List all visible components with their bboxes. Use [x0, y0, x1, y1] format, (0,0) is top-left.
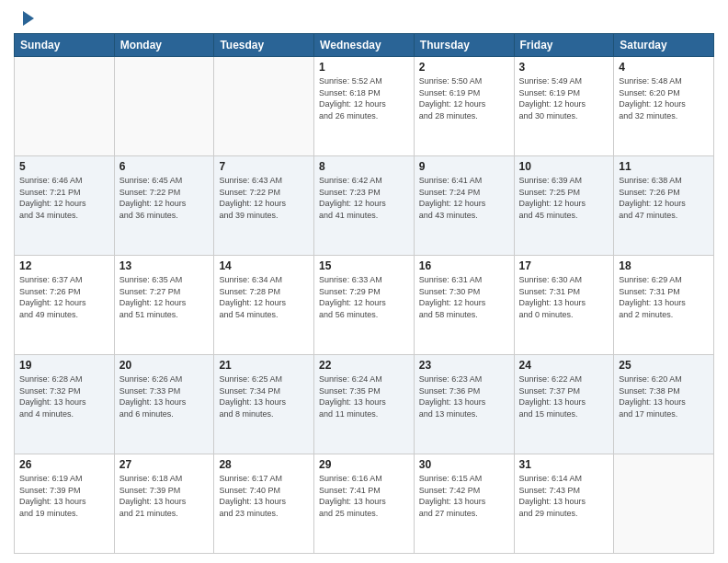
day-info: Sunrise: 6:39 AM Sunset: 7:25 PM Dayligh… — [519, 175, 609, 221]
day-info: Sunrise: 6:41 AM Sunset: 7:24 PM Dayligh… — [419, 175, 509, 221]
day-number: 30 — [419, 458, 509, 471]
day-number: 28 — [219, 458, 309, 471]
day-number: 24 — [519, 359, 609, 372]
day-number: 19 — [19, 359, 109, 372]
calendar-day-22: 22Sunrise: 6:24 AM Sunset: 7:35 PM Dayli… — [314, 355, 415, 454]
calendar-table: SundayMondayTuesdayWednesdayThursdayFrid… — [14, 33, 714, 554]
calendar-day-25: 25Sunrise: 6:20 AM Sunset: 7:38 PM Dayli… — [614, 355, 714, 454]
day-number: 20 — [119, 359, 210, 372]
day-number: 4 — [619, 61, 709, 74]
day-info: Sunrise: 6:23 AM Sunset: 7:36 PM Dayligh… — [419, 373, 509, 419]
calendar-day-10: 10Sunrise: 6:39 AM Sunset: 7:25 PM Dayli… — [514, 156, 614, 256]
calendar-day-28: 28Sunrise: 6:17 AM Sunset: 7:40 PM Dayli… — [214, 454, 314, 554]
day-info: Sunrise: 6:19 AM Sunset: 7:39 PM Dayligh… — [19, 473, 109, 519]
calendar-day-1: 1Sunrise: 5:52 AM Sunset: 6:18 PM Daylig… — [314, 57, 415, 156]
day-info: Sunrise: 6:45 AM Sunset: 7:22 PM Dayligh… — [119, 175, 210, 221]
calendar-day-5: 5Sunrise: 6:46 AM Sunset: 7:21 PM Daylig… — [15, 156, 115, 256]
day-number: 7 — [219, 160, 309, 173]
calendar-day-11: 11Sunrise: 6:38 AM Sunset: 7:26 PM Dayli… — [614, 156, 714, 256]
calendar-day-9: 9Sunrise: 6:41 AM Sunset: 7:24 PM Daylig… — [414, 156, 514, 256]
col-header-saturday: Saturday — [614, 34, 714, 57]
logo-triangle-icon — [16, 9, 34, 28]
logo — [14, 9, 34, 28]
day-number: 22 — [319, 359, 409, 372]
day-number: 21 — [219, 359, 309, 372]
calendar-day-13: 13Sunrise: 6:35 AM Sunset: 7:27 PM Dayli… — [114, 256, 214, 355]
calendar-day-8: 8Sunrise: 6:42 AM Sunset: 7:23 PM Daylig… — [314, 156, 415, 256]
day-info: Sunrise: 6:15 AM Sunset: 7:42 PM Dayligh… — [419, 473, 509, 519]
day-info: Sunrise: 5:50 AM Sunset: 6:19 PM Dayligh… — [419, 75, 509, 121]
col-header-monday: Monday — [114, 34, 214, 57]
col-header-friday: Friday — [514, 34, 614, 57]
calendar-day-24: 24Sunrise: 6:22 AM Sunset: 7:37 PM Dayli… — [514, 355, 614, 454]
calendar-day-18: 18Sunrise: 6:29 AM Sunset: 7:31 PM Dayli… — [614, 256, 714, 355]
day-info: Sunrise: 6:18 AM Sunset: 7:39 PM Dayligh… — [119, 473, 210, 519]
calendar-empty-cell — [114, 57, 214, 156]
day-info: Sunrise: 6:25 AM Sunset: 7:34 PM Dayligh… — [219, 373, 309, 419]
calendar-header-row: SundayMondayTuesdayWednesdayThursdayFrid… — [15, 34, 714, 57]
calendar-day-21: 21Sunrise: 6:25 AM Sunset: 7:34 PM Dayli… — [214, 355, 314, 454]
day-number: 17 — [519, 259, 609, 272]
day-number: 18 — [619, 259, 709, 272]
calendar-day-23: 23Sunrise: 6:23 AM Sunset: 7:36 PM Dayli… — [414, 355, 514, 454]
calendar-week-row: 1Sunrise: 5:52 AM Sunset: 6:18 PM Daylig… — [15, 57, 714, 156]
calendar-week-row: 19Sunrise: 6:28 AM Sunset: 7:32 PM Dayli… — [15, 355, 714, 454]
day-info: Sunrise: 5:48 AM Sunset: 6:20 PM Dayligh… — [619, 75, 709, 121]
calendar-day-2: 2Sunrise: 5:50 AM Sunset: 6:19 PM Daylig… — [414, 57, 514, 156]
day-number: 29 — [319, 458, 409, 471]
day-number: 12 — [19, 259, 109, 272]
day-number: 2 — [419, 61, 509, 74]
calendar-week-row: 26Sunrise: 6:19 AM Sunset: 7:39 PM Dayli… — [15, 454, 714, 554]
calendar-day-16: 16Sunrise: 6:31 AM Sunset: 7:30 PM Dayli… — [414, 256, 514, 355]
day-number: 10 — [519, 160, 609, 173]
day-info: Sunrise: 6:20 AM Sunset: 7:38 PM Dayligh… — [619, 373, 709, 419]
col-header-thursday: Thursday — [414, 34, 514, 57]
day-number: 11 — [619, 160, 709, 173]
day-info: Sunrise: 6:31 AM Sunset: 7:30 PM Dayligh… — [419, 274, 509, 320]
day-info: Sunrise: 6:28 AM Sunset: 7:32 PM Dayligh… — [19, 373, 109, 419]
day-info: Sunrise: 6:33 AM Sunset: 7:29 PM Dayligh… — [319, 274, 409, 320]
day-number: 13 — [119, 259, 210, 272]
col-header-sunday: Sunday — [15, 34, 115, 57]
day-info: Sunrise: 5:52 AM Sunset: 6:18 PM Dayligh… — [319, 75, 409, 121]
calendar-day-20: 20Sunrise: 6:26 AM Sunset: 7:33 PM Dayli… — [114, 355, 214, 454]
day-info: Sunrise: 5:49 AM Sunset: 6:19 PM Dayligh… — [519, 75, 609, 121]
day-info: Sunrise: 6:37 AM Sunset: 7:26 PM Dayligh… — [19, 274, 109, 320]
day-number: 27 — [119, 458, 210, 471]
day-info: Sunrise: 6:17 AM Sunset: 7:40 PM Dayligh… — [219, 473, 309, 519]
calendar-week-row: 12Sunrise: 6:37 AM Sunset: 7:26 PM Dayli… — [15, 256, 714, 355]
day-number: 15 — [319, 259, 409, 272]
calendar-empty-cell — [614, 454, 714, 554]
calendar-day-6: 6Sunrise: 6:45 AM Sunset: 7:22 PM Daylig… — [114, 156, 214, 256]
day-info: Sunrise: 6:43 AM Sunset: 7:22 PM Dayligh… — [219, 175, 309, 221]
svg-marker-0 — [23, 11, 34, 26]
calendar-day-7: 7Sunrise: 6:43 AM Sunset: 7:22 PM Daylig… — [214, 156, 314, 256]
calendar-empty-cell — [15, 57, 115, 156]
calendar-day-14: 14Sunrise: 6:34 AM Sunset: 7:28 PM Dayli… — [214, 256, 314, 355]
day-info: Sunrise: 6:30 AM Sunset: 7:31 PM Dayligh… — [519, 274, 609, 320]
day-info: Sunrise: 6:46 AM Sunset: 7:21 PM Dayligh… — [19, 175, 109, 221]
calendar-day-27: 27Sunrise: 6:18 AM Sunset: 7:39 PM Dayli… — [114, 454, 214, 554]
calendar-day-3: 3Sunrise: 5:49 AM Sunset: 6:19 PM Daylig… — [514, 57, 614, 156]
calendar-day-30: 30Sunrise: 6:15 AM Sunset: 7:42 PM Dayli… — [414, 454, 514, 554]
day-info: Sunrise: 6:16 AM Sunset: 7:41 PM Dayligh… — [319, 473, 409, 519]
day-info: Sunrise: 6:42 AM Sunset: 7:23 PM Dayligh… — [319, 175, 409, 221]
day-number: 5 — [19, 160, 109, 173]
calendar-day-4: 4Sunrise: 5:48 AM Sunset: 6:20 PM Daylig… — [614, 57, 714, 156]
calendar-week-row: 5Sunrise: 6:46 AM Sunset: 7:21 PM Daylig… — [15, 156, 714, 256]
day-number: 1 — [319, 61, 409, 74]
day-info: Sunrise: 6:35 AM Sunset: 7:27 PM Dayligh… — [119, 274, 210, 320]
page: SundayMondayTuesdayWednesdayThursdayFrid… — [0, 0, 728, 563]
day-info: Sunrise: 6:14 AM Sunset: 7:43 PM Dayligh… — [519, 473, 609, 519]
calendar-day-31: 31Sunrise: 6:14 AM Sunset: 7:43 PM Dayli… — [514, 454, 614, 554]
calendar-day-26: 26Sunrise: 6:19 AM Sunset: 7:39 PM Dayli… — [15, 454, 115, 554]
day-info: Sunrise: 6:34 AM Sunset: 7:28 PM Dayligh… — [219, 274, 309, 320]
calendar-day-12: 12Sunrise: 6:37 AM Sunset: 7:26 PM Dayli… — [15, 256, 115, 355]
calendar-empty-cell — [214, 57, 314, 156]
calendar-day-17: 17Sunrise: 6:30 AM Sunset: 7:31 PM Dayli… — [514, 256, 614, 355]
day-number: 8 — [319, 160, 409, 173]
day-info: Sunrise: 6:38 AM Sunset: 7:26 PM Dayligh… — [619, 175, 709, 221]
calendar-day-29: 29Sunrise: 6:16 AM Sunset: 7:41 PM Dayli… — [314, 454, 415, 554]
day-number: 9 — [419, 160, 509, 173]
day-number: 16 — [419, 259, 509, 272]
